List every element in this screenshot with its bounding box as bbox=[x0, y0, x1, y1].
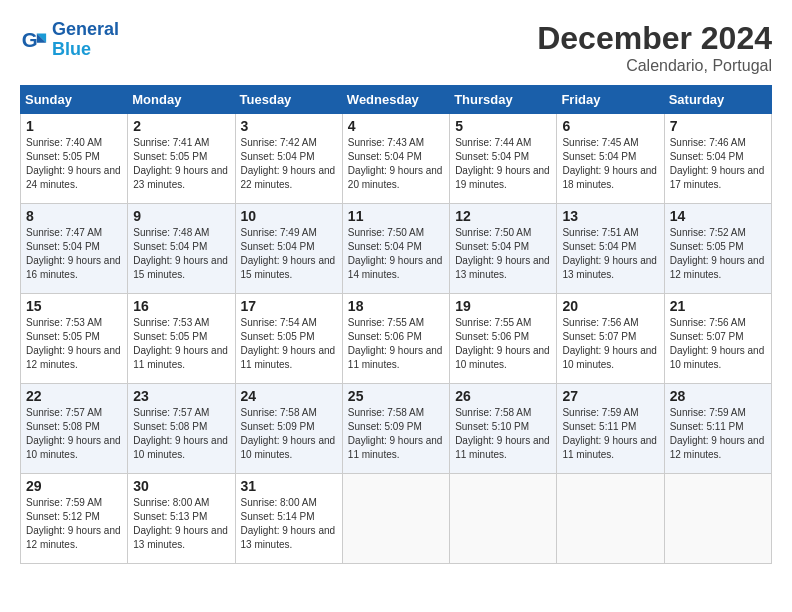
month-title: December 2024 bbox=[537, 20, 772, 57]
day-number: 11 bbox=[348, 208, 444, 224]
calendar-cell: 19 Sunrise: 7:55 AM Sunset: 5:06 PM Dayl… bbox=[450, 294, 557, 384]
daylight-text: Daylight: 9 hours and 10 minutes. bbox=[562, 345, 657, 370]
day-number: 14 bbox=[670, 208, 766, 224]
sunset-text: Sunset: 5:08 PM bbox=[133, 421, 207, 432]
calendar-cell: 29 Sunrise: 7:59 AM Sunset: 5:12 PM Dayl… bbox=[21, 474, 128, 564]
cell-content: Sunrise: 7:53 AM Sunset: 5:05 PM Dayligh… bbox=[26, 316, 122, 372]
daylight-text: Daylight: 9 hours and 12 minutes. bbox=[670, 255, 765, 280]
cell-content: Sunrise: 7:44 AM Sunset: 5:04 PM Dayligh… bbox=[455, 136, 551, 192]
calendar-week-row: 1 Sunrise: 7:40 AM Sunset: 5:05 PM Dayli… bbox=[21, 114, 772, 204]
daylight-text: Daylight: 9 hours and 22 minutes. bbox=[241, 165, 336, 190]
cell-content: Sunrise: 7:55 AM Sunset: 5:06 PM Dayligh… bbox=[348, 316, 444, 372]
calendar-week-row: 22 Sunrise: 7:57 AM Sunset: 5:08 PM Dayl… bbox=[21, 384, 772, 474]
daylight-text: Daylight: 9 hours and 18 minutes. bbox=[562, 165, 657, 190]
sunrise-text: Sunrise: 7:53 AM bbox=[26, 317, 102, 328]
day-number: 2 bbox=[133, 118, 229, 134]
cell-content: Sunrise: 8:00 AM Sunset: 5:14 PM Dayligh… bbox=[241, 496, 337, 552]
calendar-cell: 16 Sunrise: 7:53 AM Sunset: 5:05 PM Dayl… bbox=[128, 294, 235, 384]
calendar-cell: 24 Sunrise: 7:58 AM Sunset: 5:09 PM Dayl… bbox=[235, 384, 342, 474]
daylight-text: Daylight: 9 hours and 23 minutes. bbox=[133, 165, 228, 190]
cell-content: Sunrise: 7:40 AM Sunset: 5:05 PM Dayligh… bbox=[26, 136, 122, 192]
daylight-text: Daylight: 9 hours and 13 minutes. bbox=[241, 525, 336, 550]
cell-content: Sunrise: 7:45 AM Sunset: 5:04 PM Dayligh… bbox=[562, 136, 658, 192]
daylight-text: Daylight: 9 hours and 15 minutes. bbox=[241, 255, 336, 280]
sunset-text: Sunset: 5:05 PM bbox=[241, 331, 315, 342]
calendar-cell: 27 Sunrise: 7:59 AM Sunset: 5:11 PM Dayl… bbox=[557, 384, 664, 474]
daylight-text: Daylight: 9 hours and 14 minutes. bbox=[348, 255, 443, 280]
logo-icon: G bbox=[20, 26, 48, 54]
calendar-cell: 12 Sunrise: 7:50 AM Sunset: 5:04 PM Dayl… bbox=[450, 204, 557, 294]
sunrise-text: Sunrise: 7:48 AM bbox=[133, 227, 209, 238]
sunrise-text: Sunrise: 7:53 AM bbox=[133, 317, 209, 328]
cell-content: Sunrise: 7:58 AM Sunset: 5:10 PM Dayligh… bbox=[455, 406, 551, 462]
calendar-cell bbox=[664, 474, 771, 564]
daylight-text: Daylight: 9 hours and 10 minutes. bbox=[670, 345, 765, 370]
cell-content: Sunrise: 7:49 AM Sunset: 5:04 PM Dayligh… bbox=[241, 226, 337, 282]
day-number: 17 bbox=[241, 298, 337, 314]
sunrise-text: Sunrise: 7:50 AM bbox=[348, 227, 424, 238]
sunset-text: Sunset: 5:12 PM bbox=[26, 511, 100, 522]
cell-content: Sunrise: 7:56 AM Sunset: 5:07 PM Dayligh… bbox=[670, 316, 766, 372]
cell-content: Sunrise: 7:56 AM Sunset: 5:07 PM Dayligh… bbox=[562, 316, 658, 372]
sunrise-text: Sunrise: 7:50 AM bbox=[455, 227, 531, 238]
sunset-text: Sunset: 5:04 PM bbox=[348, 151, 422, 162]
header-monday: Monday bbox=[128, 86, 235, 114]
cell-content: Sunrise: 7:42 AM Sunset: 5:04 PM Dayligh… bbox=[241, 136, 337, 192]
sunrise-text: Sunrise: 7:44 AM bbox=[455, 137, 531, 148]
sunset-text: Sunset: 5:06 PM bbox=[348, 331, 422, 342]
daylight-text: Daylight: 9 hours and 11 minutes. bbox=[455, 435, 550, 460]
calendar-cell: 4 Sunrise: 7:43 AM Sunset: 5:04 PM Dayli… bbox=[342, 114, 449, 204]
calendar-cell: 22 Sunrise: 7:57 AM Sunset: 5:08 PM Dayl… bbox=[21, 384, 128, 474]
sunset-text: Sunset: 5:04 PM bbox=[455, 151, 529, 162]
daylight-text: Daylight: 9 hours and 19 minutes. bbox=[455, 165, 550, 190]
daylight-text: Daylight: 9 hours and 15 minutes. bbox=[133, 255, 228, 280]
day-number: 5 bbox=[455, 118, 551, 134]
day-number: 24 bbox=[241, 388, 337, 404]
calendar-cell: 2 Sunrise: 7:41 AM Sunset: 5:05 PM Dayli… bbox=[128, 114, 235, 204]
day-number: 30 bbox=[133, 478, 229, 494]
day-number: 31 bbox=[241, 478, 337, 494]
cell-content: Sunrise: 7:50 AM Sunset: 5:04 PM Dayligh… bbox=[348, 226, 444, 282]
sunrise-text: Sunrise: 7:58 AM bbox=[348, 407, 424, 418]
sunset-text: Sunset: 5:09 PM bbox=[241, 421, 315, 432]
sunset-text: Sunset: 5:06 PM bbox=[455, 331, 529, 342]
calendar-cell bbox=[450, 474, 557, 564]
sunrise-text: Sunrise: 7:57 AM bbox=[26, 407, 102, 418]
svg-text:G: G bbox=[22, 27, 38, 50]
calendar-week-row: 29 Sunrise: 7:59 AM Sunset: 5:12 PM Dayl… bbox=[21, 474, 772, 564]
header-saturday: Saturday bbox=[664, 86, 771, 114]
calendar-table: Sunday Monday Tuesday Wednesday Thursday… bbox=[20, 85, 772, 564]
day-number: 21 bbox=[670, 298, 766, 314]
calendar-cell: 5 Sunrise: 7:44 AM Sunset: 5:04 PM Dayli… bbox=[450, 114, 557, 204]
calendar-cell: 26 Sunrise: 7:58 AM Sunset: 5:10 PM Dayl… bbox=[450, 384, 557, 474]
cell-content: Sunrise: 7:50 AM Sunset: 5:04 PM Dayligh… bbox=[455, 226, 551, 282]
cell-content: Sunrise: 8:00 AM Sunset: 5:13 PM Dayligh… bbox=[133, 496, 229, 552]
daylight-text: Daylight: 9 hours and 11 minutes. bbox=[241, 345, 336, 370]
day-number: 12 bbox=[455, 208, 551, 224]
calendar-cell: 8 Sunrise: 7:47 AM Sunset: 5:04 PM Dayli… bbox=[21, 204, 128, 294]
sunset-text: Sunset: 5:04 PM bbox=[241, 241, 315, 252]
cell-content: Sunrise: 7:54 AM Sunset: 5:05 PM Dayligh… bbox=[241, 316, 337, 372]
cell-content: Sunrise: 7:55 AM Sunset: 5:06 PM Dayligh… bbox=[455, 316, 551, 372]
sunset-text: Sunset: 5:04 PM bbox=[241, 151, 315, 162]
calendar-cell: 6 Sunrise: 7:45 AM Sunset: 5:04 PM Dayli… bbox=[557, 114, 664, 204]
sunset-text: Sunset: 5:04 PM bbox=[455, 241, 529, 252]
day-number: 22 bbox=[26, 388, 122, 404]
sunset-text: Sunset: 5:04 PM bbox=[562, 241, 636, 252]
day-number: 13 bbox=[562, 208, 658, 224]
calendar-cell: 11 Sunrise: 7:50 AM Sunset: 5:04 PM Dayl… bbox=[342, 204, 449, 294]
sunrise-text: Sunrise: 7:55 AM bbox=[348, 317, 424, 328]
sunrise-text: Sunrise: 7:58 AM bbox=[455, 407, 531, 418]
daylight-text: Daylight: 9 hours and 16 minutes. bbox=[26, 255, 121, 280]
cell-content: Sunrise: 7:41 AM Sunset: 5:05 PM Dayligh… bbox=[133, 136, 229, 192]
page-header: G General Blue December 2024 Calendario,… bbox=[20, 20, 772, 75]
day-number: 6 bbox=[562, 118, 658, 134]
sunset-text: Sunset: 5:13 PM bbox=[133, 511, 207, 522]
sunrise-text: Sunrise: 7:59 AM bbox=[670, 407, 746, 418]
sunrise-text: Sunrise: 7:59 AM bbox=[26, 497, 102, 508]
day-number: 23 bbox=[133, 388, 229, 404]
calendar-cell: 30 Sunrise: 8:00 AM Sunset: 5:13 PM Dayl… bbox=[128, 474, 235, 564]
calendar-week-row: 15 Sunrise: 7:53 AM Sunset: 5:05 PM Dayl… bbox=[21, 294, 772, 384]
sunrise-text: Sunrise: 7:52 AM bbox=[670, 227, 746, 238]
calendar-cell: 15 Sunrise: 7:53 AM Sunset: 5:05 PM Dayl… bbox=[21, 294, 128, 384]
